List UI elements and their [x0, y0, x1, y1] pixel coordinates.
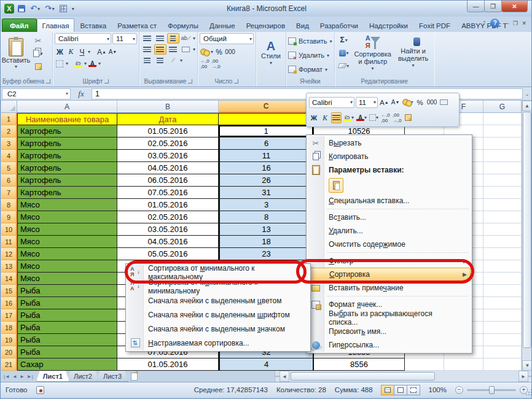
- orientation-button[interactable]: ab⟋: [180, 33, 192, 44]
- cell-G20[interactable]: [483, 346, 522, 358]
- cell-G5[interactable]: [483, 162, 522, 174]
- sort-submenu-item-sort-max-to-min[interactable]: ЯА↓Сортировка от максимального к минимал…: [127, 279, 309, 293]
- cell-G11[interactable]: [483, 236, 522, 248]
- number-format-combo[interactable]: Общий▾: [200, 33, 254, 44]
- row-header-4[interactable]: 4: [1, 150, 17, 162]
- row-header-9[interactable]: 9: [1, 211, 17, 223]
- row-header-20[interactable]: 20: [1, 346, 17, 358]
- mini-center-button[interactable]: [331, 112, 342, 123]
- context-menu-item-define-name[interactable]: Присвоить имя...: [308, 325, 471, 338]
- context-menu-item-pick-from-list[interactable]: Выбрать из раскрывающегося списка...: [308, 311, 471, 325]
- borders-button[interactable]: [55, 58, 65, 69]
- row-header-8[interactable]: 8: [1, 199, 17, 211]
- mini-font-size-combo[interactable]: 11▾: [356, 97, 378, 108]
- cell-B11[interactable]: 04.05.2016: [117, 236, 219, 248]
- scroll-up-button[interactable]: ▲: [522, 101, 532, 111]
- delete-cells-button[interactable]: Удалить▾: [288, 49, 332, 62]
- cell-G4[interactable]: [483, 150, 522, 162]
- insert-worksheet-button[interactable]: [126, 371, 142, 382]
- text-rotate-button[interactable]: ⟋: [167, 55, 179, 66]
- paste-option-button[interactable]: [329, 178, 343, 193]
- cell-A16[interactable]: Рыба: [17, 297, 117, 309]
- decrease-font-button[interactable]: А▼: [108, 47, 118, 57]
- row-header-1[interactable]: 1: [1, 113, 17, 125]
- cell-G15[interactable]: [483, 285, 522, 297]
- cell-C12[interactable]: 23: [219, 248, 314, 260]
- accounting-format-button[interactable]: [200, 47, 210, 57]
- wrap-text-button[interactable]: [167, 33, 179, 44]
- cell-C3[interactable]: 6: [219, 138, 314, 150]
- scroll-right-button[interactable]: ►: [518, 371, 528, 382]
- format-cells-button[interactable]: Формат▾: [288, 63, 332, 76]
- cell-C10[interactable]: 13: [219, 223, 314, 236]
- sheet-tab-sheet3[interactable]: Лист3: [96, 371, 128, 382]
- cell-A2[interactable]: Картофель: [17, 125, 117, 138]
- cell-A19[interactable]: Рыба: [17, 334, 117, 346]
- context-menu-item-clear-contents[interactable]: Очистить содержимое: [308, 238, 471, 251]
- cell-A1[interactable]: Наименование товара: [17, 113, 117, 125]
- mini-font-name-combo[interactable]: Calibri▾: [309, 97, 354, 108]
- macro-record-icon[interactable]: [36, 386, 44, 394]
- decrease-decimal-button[interactable]: ,00→,0: [211, 58, 221, 69]
- page-break-view-button[interactable]: [407, 385, 420, 395]
- zoom-slider[interactable]: [467, 389, 516, 391]
- clipboard-dialog-launcher[interactable]: [46, 79, 50, 83]
- tab-foxit[interactable]: Foxit PDF: [413, 18, 456, 32]
- normal-view-button[interactable]: [381, 385, 394, 395]
- cell-G17[interactable]: [483, 309, 522, 322]
- tab-view[interactable]: Вид: [291, 18, 315, 32]
- horizontal-scrollbar[interactable]: ◄ ►: [275, 371, 532, 382]
- undo-button[interactable]: ↶▾: [29, 4, 41, 14]
- sheet-tab-sheet2[interactable]: Лист2: [67, 371, 99, 382]
- cell-G18[interactable]: [483, 322, 522, 334]
- clear-button[interactable]: ▾: [337, 60, 351, 71]
- mini-fill-color-button[interactable]: 🗁▾: [343, 112, 354, 123]
- cell-B8[interactable]: 01.05.2016: [117, 199, 219, 211]
- row-header-16[interactable]: 16: [1, 297, 17, 309]
- tab-formulas[interactable]: Формулы: [162, 18, 204, 32]
- fill-color-button[interactable]: 🗁: [73, 58, 84, 69]
- context-menu-item-delete-cells[interactable]: Удалить...: [308, 224, 471, 238]
- context-menu-item-paste-options-label[interactable]: Параметры вставки:: [308, 163, 471, 177]
- cell-C11[interactable]: 18: [219, 236, 314, 248]
- cell-C7[interactable]: 31: [219, 187, 314, 199]
- mini-comma-button[interactable]: 000: [426, 97, 438, 108]
- fx-button[interactable]: fx: [71, 89, 92, 99]
- zoom-slider-thumb[interactable]: [489, 386, 495, 394]
- cell-A13[interactable]: Мясо: [17, 260, 117, 273]
- row-header-13[interactable]: 13: [1, 260, 17, 273]
- context-menu-item-cut[interactable]: ✂Вырезать: [308, 136, 471, 150]
- cell-G19[interactable]: [483, 334, 522, 346]
- styles-button[interactable]: А Стили▾: [258, 33, 284, 74]
- cell-G21[interactable]: [483, 358, 522, 371]
- last-sheet-button[interactable]: ►|: [26, 374, 34, 379]
- align-left-button[interactable]: [141, 44, 154, 55]
- mini-increase-font-button[interactable]: А▲: [379, 97, 389, 108]
- mini-italic-button[interactable]: К: [320, 112, 330, 123]
- cell-G12[interactable]: [483, 248, 522, 260]
- font-color-button[interactable]: А: [87, 58, 98, 69]
- paste-button[interactable]: Вставить▾: [2, 33, 29, 74]
- number-dialog-launcher[interactable]: [234, 79, 238, 83]
- row-header-3[interactable]: 3: [1, 138, 17, 150]
- minimize-button[interactable]: —: [467, 1, 485, 12]
- cell-A6[interactable]: Картофель: [17, 174, 117, 187]
- cell-C6[interactable]: 26: [219, 174, 314, 187]
- cell-A4[interactable]: Картофель: [17, 150, 117, 162]
- page-layout-view-button[interactable]: [394, 385, 407, 395]
- cell-G1[interactable]: [483, 113, 522, 125]
- resize-grip[interactable]: [525, 389, 532, 397]
- cell-A18[interactable]: Рыба: [17, 322, 117, 334]
- row-header-10[interactable]: 10: [1, 223, 17, 236]
- column-header-B[interactable]: B: [117, 101, 219, 113]
- row-header-21[interactable]: 21: [1, 358, 17, 371]
- horizontal-scroll-thumb[interactable]: [291, 372, 435, 381]
- mini-decrease-font-button[interactable]: А▼: [391, 97, 401, 108]
- minimize-ribbon-icon[interactable]: ⌃: [482, 20, 487, 26]
- mini-borders-button[interactable]: ▾: [369, 112, 379, 123]
- scroll-left-button[interactable]: ◄: [280, 371, 289, 382]
- context-menu-item-insert-comment[interactable]: Вставить примечание: [308, 281, 471, 295]
- cell-G6[interactable]: [483, 174, 522, 187]
- cell-B12[interactable]: 05.05.2016: [117, 248, 219, 260]
- tab-review[interactable]: Рецензиров: [241, 18, 291, 32]
